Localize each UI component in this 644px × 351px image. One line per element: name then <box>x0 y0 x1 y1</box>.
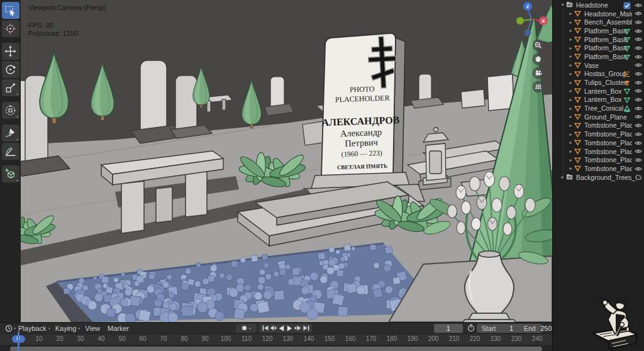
disclosure-arrow[interactable]: ▸ <box>567 114 574 120</box>
play-button[interactable] <box>286 325 294 332</box>
visibility-eye-icon[interactable] <box>635 36 642 43</box>
outliner-row-hostas_group[interactable]: ▸Hostas_Group <box>553 70 644 79</box>
visibility-eye-icon[interactable] <box>635 70 642 77</box>
disclosure-arrow[interactable]: ▸ <box>567 106 574 111</box>
current-frame-field[interactable]: 1 <box>434 324 463 333</box>
outliner-row-lantern_box[interactable]: ▸Lantern_Box <box>553 96 644 104</box>
disclosure-arrow[interactable]: ▾ <box>559 2 566 8</box>
timeline-menu-playback[interactable]: Playback▾ <box>18 325 50 332</box>
visibility-eye-icon[interactable] <box>635 28 642 35</box>
transform-tool-button[interactable] <box>2 102 19 119</box>
disclosure-arrow[interactable]: ▸ <box>567 97 574 103</box>
collection-checkbox[interactable] <box>623 2 631 9</box>
disclosure-arrow[interactable]: ▸ <box>567 80 574 86</box>
timeline-scrollbar[interactable] <box>10 347 542 351</box>
visibility-eye-icon[interactable] <box>635 122 642 129</box>
visibility-eye-icon[interactable] <box>635 113 642 120</box>
outliner-item-label: Ground_Plane <box>584 113 627 121</box>
disclosure-arrow[interactable]: ▸ <box>567 88 574 94</box>
measure-tool-button[interactable] <box>2 143 19 160</box>
visibility-eye-icon[interactable] <box>635 148 642 155</box>
disclosure-arrow[interactable]: ▸ <box>567 62 574 68</box>
timeline-menu-kaying[interactable]: Kaying▾ <box>55 325 80 332</box>
play-reverse-button[interactable] <box>277 325 286 332</box>
scale-tool-button[interactable] <box>2 79 19 96</box>
visibility-eye-icon[interactable] <box>635 105 642 112</box>
frame-range-fields[interactable]: Start 1 End 250 <box>477 324 542 333</box>
visibility-eye-icon[interactable] <box>635 140 642 147</box>
jump-to-end-button[interactable] <box>302 325 310 332</box>
filter-chevron-icon[interactable]: ▾ <box>638 173 641 179</box>
visibility-eye-icon[interactable] <box>635 19 642 26</box>
editor-type-clock-icon[interactable]: ▾ <box>5 325 16 332</box>
viewport-3d[interactable]: PHOTO PLACEHOLDER АЛЕКСАНДРОВ Александр … <box>21 0 552 322</box>
outliner-row-tombstone_placehol[interactable]: ▸Tombstone_Placehol <box>553 138 644 147</box>
move-tool-button[interactable] <box>2 43 19 60</box>
outliner-row-lantern_box[interactable]: ▸Lantern_Box <box>553 87 644 96</box>
outliner-row-platform_base[interactable]: ▸Platform_Base <box>553 35 644 44</box>
disclosure-arrow[interactable]: ▸ <box>567 131 574 137</box>
disclosure-arrow[interactable]: ▸ <box>567 123 574 128</box>
rotate-tool-button[interactable] <box>2 61 19 78</box>
visibility-eye-icon[interactable] <box>635 45 642 52</box>
outliner-row-ground_plane[interactable]: ▸Ground_Plane <box>553 113 644 121</box>
grid-ortho-icon <box>533 81 545 93</box>
viewport-canvas[interactable]: PHOTO PLACEHOLDER АЛЕКСАНДРОВ Александр … <box>21 0 552 322</box>
disclosure-arrow[interactable]: ▸ <box>567 165 574 171</box>
outliner-row-background_trees_cone[interactable]: ▸Background_Trees_Cone▾ <box>553 173 644 182</box>
timeline-menu-view[interactable]: View <box>85 325 100 332</box>
visibility-eye-icon[interactable] <box>635 96 642 103</box>
disclosure-arrow[interactable]: ▸ <box>567 36 574 42</box>
outliner-row-platform_base[interactable]: ▸Platform_Base <box>553 52 644 61</box>
disclosure-arrow[interactable]: ▸ <box>567 28 574 33</box>
disclosure-arrow[interactable]: ▸ <box>567 20 574 25</box>
disclosure-arrow[interactable]: ▸ <box>567 45 574 51</box>
outliner-row-tombstone_placehol[interactable]: ▸Tombstone_Placehol <box>553 130 644 138</box>
visibility-eye-icon[interactable] <box>635 79 642 86</box>
annotate-tool-button[interactable] <box>2 125 19 142</box>
cursor-tool-button[interactable] <box>2 20 19 37</box>
timeline-ruler[interactable]: 0102030405060708090100110120130140150160… <box>0 333 552 345</box>
add-cube-tool-button[interactable] <box>2 165 19 182</box>
outliner-row-tulips_cluster[interactable]: ▸Tulips_Cluster <box>553 78 644 87</box>
visibility-eye-icon[interactable] <box>635 2 642 9</box>
disclosure-arrow[interactable]: ▸ <box>567 140 574 145</box>
outliner-row-headstone_main[interactable]: ▸Headstone_Main <box>553 9 644 18</box>
viewport-overlay-stats: Viewport Camera (Persp) -- FPS: 30 Polyc… <box>28 4 106 37</box>
outliner-row-vase[interactable]: ▸Vase <box>553 61 644 70</box>
visibility-eye-icon[interactable] <box>635 165 642 172</box>
mesh-icon <box>574 113 582 120</box>
outliner-row-tree_conical[interactable]: ▸Tree_Conical <box>553 104 644 113</box>
panel-collapse-arrow[interactable]: ‹ <box>548 5 551 13</box>
next-keyframe-button[interactable] <box>294 325 302 332</box>
tulip-icon <box>623 79 631 86</box>
outliner-row-bench_assembly[interactable]: ▸Bench_Assembly <box>553 18 644 26</box>
mesh-icon <box>574 122 582 129</box>
outliner-row-platform_base[interactable]: ▸Platform_Base <box>553 43 644 52</box>
previous-keyframe-button[interactable] <box>269 325 277 332</box>
outliner-row-tombstone_placehol[interactable]: ▸Tombstone_Placehol <box>553 121 644 130</box>
outliner-row-tombstone_placehol[interactable]: ▸Tombstone_Placehol <box>553 164 644 173</box>
visibility-eye-icon[interactable] <box>635 10 642 17</box>
visibility-eye-icon[interactable] <box>635 62 642 69</box>
disclosure-arrow[interactable]: ▸ <box>567 157 574 163</box>
outliner-row-tombstone_placehol[interactable]: ▸Tombstone_Placehol <box>553 147 644 156</box>
playhead[interactable] <box>18 332 19 351</box>
outliner-row-platform_base[interactable]: ▸Platform_Base <box>553 26 644 35</box>
disclosure-arrow[interactable]: ▸ <box>567 11 574 16</box>
disclosure-arrow[interactable]: ▸ <box>567 71 574 77</box>
timeline-menu-marker[interactable]: Marker <box>108 325 129 332</box>
jump-to-start-button[interactable] <box>261 325 269 332</box>
disclosure-arrow[interactable]: ▸ <box>559 174 566 180</box>
visibility-eye-icon[interactable] <box>635 131 642 138</box>
outliner-row-headstone[interactable]: ▾Headstone <box>553 1 644 9</box>
disclosure-arrow[interactable]: ▸ <box>567 53 574 59</box>
visibility-eye-icon[interactable] <box>635 87 642 94</box>
disclosure-arrow[interactable]: ▸ <box>567 148 574 154</box>
select-box-tool-button[interactable] <box>2 2 19 19</box>
meshdata-icon <box>623 53 631 60</box>
auto-keying-group[interactable]: ▾ <box>236 324 257 333</box>
outliner-row-tombstone_placehol[interactable]: ▸Tombstone_Placehol <box>553 155 644 164</box>
visibility-eye-icon[interactable] <box>635 53 642 60</box>
visibility-eye-icon[interactable] <box>635 157 642 164</box>
